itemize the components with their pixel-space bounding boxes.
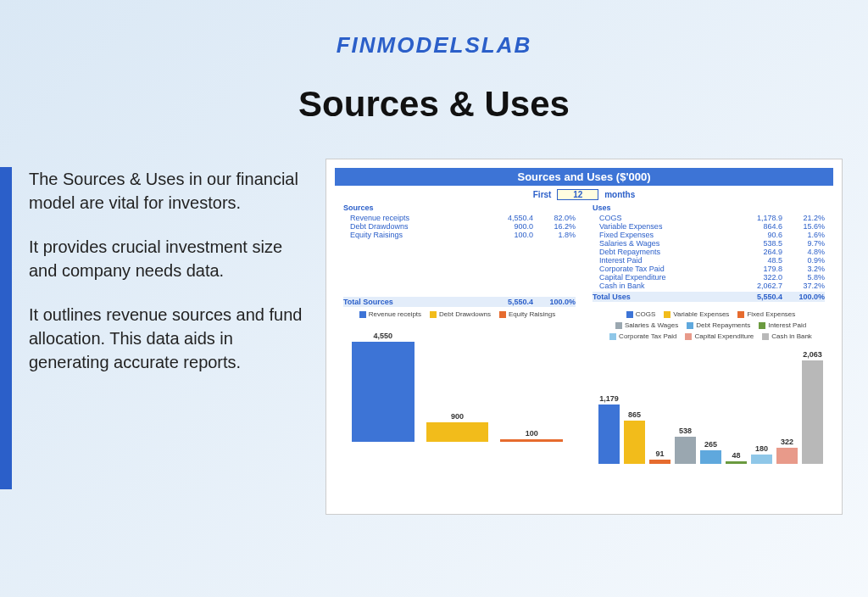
total-label: Total Uses [593,293,732,301]
cell-pct: 15.6% [782,222,825,231]
cell-value: 322.0 [732,273,782,282]
uses-bars: 1,17986591538265481803222,063 [597,345,825,464]
cell-pct: 82.0% [533,214,576,222]
cell-label: Equity Raisings [350,231,482,239]
cell-pct: 4.8% [782,248,825,256]
description-column: The Sources & Uses in our financial mode… [29,159,309,515]
bar-value-label: 865 [628,410,641,419]
sources-chart: Revenue receiptsDebt DrawdownsEquity Rai… [335,309,580,470]
cell-label: Debt Repayments [599,248,732,256]
legend-item: Interest Paid [759,321,806,329]
brand-logo: FINMODELSLAB [0,0,868,59]
paragraph-1: The Sources & Uses in our financial mode… [29,167,309,215]
cell-pct: 21.2% [782,214,825,222]
legend-item: Salaries & Wages [615,321,678,329]
bar-value-label: 91 [655,449,664,458]
uses-legend: COGSVariable ExpensesFixed ExpensesSalar… [597,310,825,340]
total-label: Total Sources [343,298,482,306]
period-prefix: First [533,190,552,199]
table-row: Debt Drawdowns900.016.2% [343,222,576,231]
panel-header: Sources and Uses ($'000) [335,168,833,186]
legend-item: Revenue receipts [359,310,421,318]
cell-pct: 1.6% [782,231,825,239]
bar-value-label: 2,063 [803,350,822,359]
total-sources-row: Total Sources5,550.4100.0% [343,297,576,307]
cell-label: Fixed Expenses [599,231,732,239]
bar: 1,179 [598,394,620,464]
bar-value-label: 4,550 [374,332,393,340]
cell-pct: 9.7% [782,239,825,248]
cell-label: Variable Expenses [599,222,732,231]
table-row: Revenue receipts4,550.482.0% [343,214,576,222]
cell-value: 90.6 [732,231,782,239]
table-row: COGS1,178.921.2% [593,214,825,222]
cell-value: 900.0 [482,222,533,231]
bar: 2,063 [802,350,823,464]
cell-label: Revenue receipts [350,214,482,222]
bar: 865 [624,410,645,464]
total-uses-row: Total Uses5,550.4100.0% [593,292,825,302]
bar: 100 [500,429,563,442]
sources-uses-panel: Sources and Uses ($'000) First 12 months… [326,159,843,515]
legend-item: Equity Raisings [499,310,555,318]
total-value: 5,550.4 [482,298,533,306]
period-suffix: months [604,190,635,199]
page-title: Sources & Uses [0,84,868,125]
cell-label: Corporate Tax Paid [599,265,732,273]
cell-value: 2,062.7 [732,282,782,290]
total-pct: 100.0% [533,298,576,306]
cell-pct: 5.8% [782,273,825,282]
legend-item: COGS [626,310,656,318]
sources-bars: 4,550900100 [343,323,571,442]
accent-bar [0,167,12,489]
legend-item: Corporate Tax Paid [609,332,676,340]
sources-legend: Revenue receiptsDebt DrawdownsEquity Rai… [343,310,571,318]
bar: 180 [751,444,772,464]
cell-pct: 3.2% [782,265,825,273]
table-row: Capital Expenditure322.05.8% [593,273,825,282]
bar: 538 [675,427,696,464]
period-value[interactable]: 12 [557,189,598,200]
cell-label: Interest Paid [599,256,732,265]
legend-item: Variable Expenses [664,310,729,318]
bar-value-label: 900 [451,412,464,421]
cell-value: 48.5 [732,256,782,265]
table-row: Equity Raisings100.01.8% [343,231,576,239]
bar: 900 [426,412,489,442]
cell-label: Capital Expenditure [599,273,732,282]
cell-label: COGS [599,214,732,222]
paragraph-2: It provides crucial investment size and … [29,235,309,282]
legend-item: Capital Expenditure [685,332,754,340]
table-row: Cash in Bank2,062.737.2% [593,282,825,290]
cell-label: Salaries & Wages [599,239,732,248]
cell-label: Cash in Bank [599,282,732,290]
uses-chart: COGSVariable ExpensesFixed ExpensesSalar… [588,309,833,470]
cell-pct: 37.2% [782,282,825,290]
total-value: 5,550.4 [732,293,782,301]
bar-value-label: 538 [679,427,692,435]
cell-value: 4,550.4 [482,214,533,222]
paragraph-3: It outlines revenue sources and fund all… [29,303,309,374]
legend-item: Cash in Bank [762,332,812,340]
uses-table: Uses COGS1,178.921.2% Variable Expenses8… [593,204,825,307]
period-row: First 12 months [335,186,833,204]
sources-heading: Sources [343,204,576,212]
cell-value: 864.6 [732,222,782,231]
bar-value-label: 100 [526,429,538,438]
cell-value: 100.0 [482,231,533,239]
bar: 48 [726,451,747,464]
table-row: Corporate Tax Paid179.83.2% [593,265,825,273]
bar-value-label: 265 [704,440,717,449]
legend-item: Debt Drawdowns [430,310,491,318]
uses-heading: Uses [593,204,825,212]
table-row: Salaries & Wages538.59.7% [593,239,825,248]
bar-value-label: 1,179 [599,394,619,403]
legend-item: Fixed Expenses [737,310,795,318]
tables-row: Sources Revenue receipts4,550.482.0% Deb… [335,204,833,307]
bar: 265 [700,440,721,464]
bar-value-label: 180 [755,444,768,453]
cell-value: 264.9 [732,248,782,256]
bar-value-label: 48 [732,451,740,460]
cell-pct: 16.2% [533,222,576,231]
bar: 4,550 [352,332,415,442]
